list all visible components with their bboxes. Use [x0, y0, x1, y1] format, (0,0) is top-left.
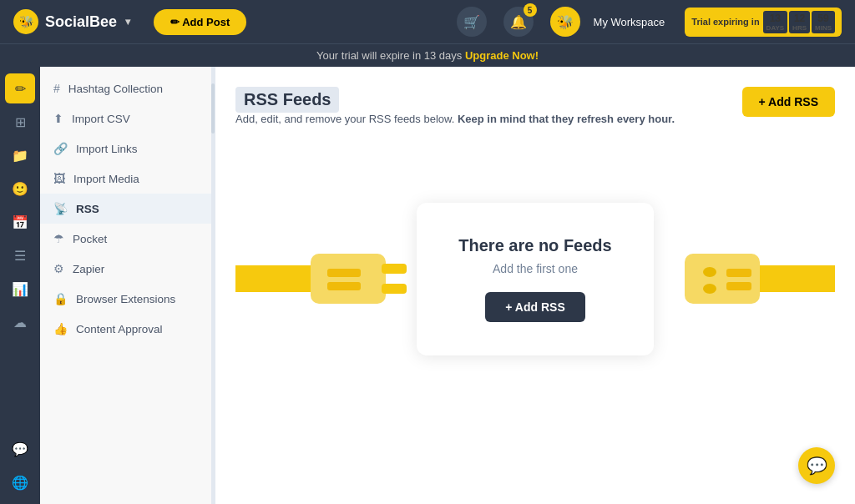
sidebar-item-hashtag[interactable]: # Hashtag Collection: [40, 73, 215, 103]
zapier-icon: ⚙: [53, 262, 64, 275]
svg-rect-4: [327, 282, 361, 290]
sidebar-label-pocket: Pocket: [73, 233, 107, 245]
page-title: RSS Feeds: [235, 87, 339, 113]
svg-rect-5: [685, 254, 760, 304]
svg-rect-8: [726, 269, 751, 277]
trial-time: 13 DAYS 12 HRS 59 MINS: [763, 11, 835, 33]
bell-button[interactable]: 🔔 5: [503, 7, 534, 37]
svg-rect-2: [382, 284, 407, 294]
sidebar-icon-calendar[interactable]: 📅: [5, 207, 35, 237]
sidebar-label-hashtag: Hashtag Collection: [68, 83, 163, 95]
approval-icon: 👍: [53, 322, 68, 335]
sidebar-icon-chat[interactable]: 💬: [5, 434, 35, 464]
sidebar-item-pocket[interactable]: ☂ Pocket: [40, 224, 215, 254]
sidebar-item-rss[interactable]: 📡 RSS: [40, 194, 215, 224]
logo-icon: 🐝: [13, 9, 38, 34]
chat-float-icon: 💬: [807, 456, 827, 476]
sidebar-item-content-approval[interactable]: 👍 Content Approval: [40, 314, 215, 344]
empty-subtitle: Add the first one: [458, 262, 611, 275]
sidebar-item-import-media[interactable]: 🖼 Import Media: [40, 164, 215, 194]
svg-point-7: [703, 284, 716, 294]
add-post-button[interactable]: ✏ Add Post: [154, 9, 246, 35]
svg-rect-3: [327, 269, 361, 277]
add-rss-label: + Add RSS: [759, 95, 818, 108]
sidebar-icon-edit[interactable]: ✏: [5, 73, 35, 103]
icon-sidebar: ✏ ⊞ 📁 🙂 📅 ☰ 📊 ☁ 💬 🌐: [0, 67, 40, 504]
chevron-down-icon: ▾: [125, 16, 130, 28]
content-area: RSS Feeds Add, edit, and remove your RSS…: [215, 67, 855, 504]
workspace-label: My Workspace: [594, 16, 665, 28]
upgrade-link[interactable]: Upgrade Now!: [465, 49, 539, 62]
sidebar-label-content-approval: Content Approval: [76, 323, 163, 335]
svg-rect-1: [382, 264, 407, 274]
content-header: RSS Feeds Add, edit, and remove your RSS…: [235, 87, 835, 145]
link-icon: 🔗: [53, 142, 68, 155]
subtitle-normal: Add, edit, and remove your RSS feeds bel…: [235, 113, 454, 125]
add-rss-center-label: + Add RSS: [505, 300, 564, 314]
trial-banner-text: Your trial will expire in 13 days: [316, 49, 462, 62]
scroll-indicator: [211, 67, 215, 504]
trial-hrs-label: HRS: [792, 24, 807, 32]
sidebar-item-import-csv[interactable]: ⬆ Import CSV: [40, 103, 215, 134]
top-nav: 🐝 SocialBee ▾ ✏ Add Post 🛒 🔔 5 🐝 My Work…: [0, 0, 855, 43]
svg-rect-0: [311, 254, 386, 304]
trial-hrs-box: 12 HRS: [789, 11, 810, 33]
pocket-icon: ☂: [53, 232, 64, 245]
add-rss-center-button[interactable]: + Add RSS: [485, 292, 584, 322]
sidebar-label-rss: RSS: [76, 203, 99, 215]
bell-icon: 🔔: [510, 14, 527, 30]
sidebar-icon-globe[interactable]: 🌐: [5, 467, 35, 497]
sidebar-icon-chart[interactable]: 📊: [5, 274, 35, 304]
scroll-thumb: [211, 83, 215, 134]
avatar-icon: 🐝: [557, 14, 574, 30]
sidebar-label-zapier: Zapier: [73, 263, 104, 275]
rss-icon: 📡: [53, 202, 68, 215]
bell-badge: 5: [524, 3, 537, 17]
subtitle: Add, edit, and remove your RSS feeds bel…: [235, 113, 675, 125]
sidebar-label-browser-extensions: Browser Extensions: [76, 293, 175, 305]
workspace-button[interactable]: My Workspace: [594, 16, 665, 28]
svg-rect-9: [726, 282, 751, 290]
empty-card: There are no Feeds Add the first one + A…: [417, 203, 653, 355]
sidebar-icon-smile[interactable]: 🙂: [5, 174, 35, 204]
sidebar-label-import-media: Import Media: [73, 173, 139, 185]
sidebar-item-browser-extensions[interactable]: 🔒 Browser Extensions: [40, 284, 215, 314]
app-name: SocialBee: [45, 13, 117, 31]
sidebar-item-import-links[interactable]: 🔗 Import Links: [40, 134, 215, 164]
logo[interactable]: 🐝 SocialBee ▾: [13, 9, 130, 34]
text-sidebar: # Hashtag Collection ⬆ Import CSV 🔗 Impo…: [40, 67, 215, 504]
cart-icon: 🛒: [463, 14, 480, 30]
trial-hrs-num: 12: [792, 13, 807, 24]
sidebar-icon-folder[interactable]: 📁: [5, 140, 35, 170]
trial-mins-box: 59 MINS: [812, 11, 835, 33]
extensions-icon: 🔒: [53, 292, 68, 305]
avatar-button[interactable]: 🐝: [550, 7, 580, 37]
trial-mins-num: 59: [815, 13, 832, 24]
upload-icon: ⬆: [53, 112, 63, 125]
subtitle-bold: Keep in mind that they refresh every hou…: [458, 113, 675, 125]
sidebar-icon-grid[interactable]: ⊞: [5, 107, 35, 137]
trial-days-label: DAYS: [766, 24, 785, 32]
trial-mins-label: MINS: [815, 24, 832, 32]
media-icon: 🖼: [53, 172, 65, 185]
sidebar-icon-cloud[interactable]: ☁: [5, 307, 35, 337]
svg-point-6: [703, 267, 716, 277]
add-rss-button[interactable]: + Add RSS: [742, 87, 835, 117]
sidebar-item-zapier[interactable]: ⚙ Zapier: [40, 254, 215, 284]
trial-days-box: 13 DAYS: [763, 11, 788, 33]
sidebar-label-import-csv: Import CSV: [72, 113, 130, 125]
sidebar-label-import-links: Import Links: [76, 143, 138, 155]
chat-float-button[interactable]: 💬: [798, 447, 835, 484]
trial-badge: Trial expiring in 13 DAYS 12 HRS 59 MINS: [685, 8, 842, 37]
empty-title: There are no Feeds: [458, 236, 611, 255]
trial-days-num: 13: [766, 13, 785, 24]
hashtag-icon: #: [53, 82, 60, 95]
trial-banner: Your trial will expire in 13 days Upgrad…: [0, 43, 855, 67]
sidebar-icon-list[interactable]: ☰: [5, 240, 35, 270]
trial-badge-prefix: Trial expiring in: [691, 17, 759, 27]
empty-state-container: There are no Feeds Add the first one + A…: [235, 162, 835, 396]
cart-button[interactable]: 🛒: [457, 7, 487, 37]
add-post-label: ✏ Add Post: [170, 16, 230, 28]
main-layout: ✏ ⊞ 📁 🙂 📅 ☰ 📊 ☁ 💬 🌐 # Hashtag Collection…: [0, 67, 855, 504]
